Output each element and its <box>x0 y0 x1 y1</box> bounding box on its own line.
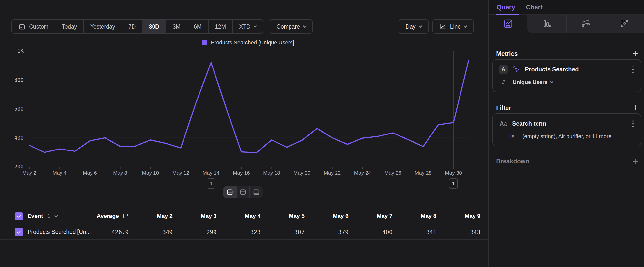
chevron-down-icon <box>464 24 467 28</box>
tab-chart[interactable]: Chart <box>526 4 543 11</box>
cell-value[interactable]: 307 <box>260 229 304 235</box>
filter-value[interactable]: (empty string), Air purifier, or 11 more <box>522 133 612 140</box>
date-column-header[interactable]: May 8 <box>392 213 437 219</box>
date-range-custom-label: Custom <box>29 24 48 30</box>
annotation-badge[interactable]: 1 <box>449 178 458 189</box>
x-axis-label: May 20 <box>294 170 310 176</box>
x-axis-label: May 28 <box>415 170 432 176</box>
query-builder-panel: Query Chart <box>489 0 644 267</box>
x-axis-label: May 4 <box>53 170 67 176</box>
metric-menu-button[interactable] <box>631 65 635 74</box>
average-column-header[interactable]: Average <box>91 213 129 220</box>
table-only-view-icon <box>253 188 260 196</box>
filter-section-header: Filter + <box>496 103 638 113</box>
y-axis-label: 200 <box>14 164 24 170</box>
split-view-icon <box>226 188 234 196</box>
table-only-view-button[interactable] <box>250 186 263 198</box>
date-column-header[interactable]: May 6 <box>304 213 348 219</box>
date-range-toolbar: Custom Today Yesterday 7D 30D 3M 6M 12M … <box>11 19 313 34</box>
split-view-button[interactable] <box>223 186 237 198</box>
chart-only-view-button[interactable] <box>237 186 250 198</box>
y-axis-label: 400 <box>14 135 24 141</box>
cell-value[interactable]: 341 <box>392 229 437 235</box>
granularity-dropdown[interactable]: Day <box>399 19 428 34</box>
tab-flows[interactable] <box>566 15 605 33</box>
table-header-row: Event 1 Average May 2 May 3 May 4 Ma <box>0 208 488 224</box>
chevron-down-icon <box>253 24 257 28</box>
series-line[interactable] <box>29 60 468 152</box>
chart-svg <box>28 51 468 169</box>
date-range-custom[interactable]: Custom <box>12 20 55 34</box>
annotation-badge[interactable]: 1 <box>207 178 216 189</box>
cell-value[interactable]: 343 <box>436 229 480 235</box>
date-range-7d[interactable]: 7D <box>122 20 142 34</box>
insights-icon <box>503 19 514 29</box>
chevron-down-icon <box>418 24 422 28</box>
date-column-header[interactable]: May 4 <box>217 213 261 219</box>
filter-property-name[interactable]: Search term <box>512 120 626 127</box>
breakdown-title: Breakdown <box>496 158 529 165</box>
line-chart[interactable] <box>28 51 468 169</box>
y-axis-label: 1K <box>18 48 24 54</box>
filter-card[interactable]: Aa Search term Is (empty string), Air pu… <box>492 113 641 146</box>
filter-title: Filter <box>496 104 511 112</box>
y-axis-label: 800 <box>14 77 24 83</box>
cell-value[interactable]: 400 <box>348 229 392 235</box>
event-column-header: Event <box>28 213 43 219</box>
cell-value[interactable]: 323 <box>217 229 261 235</box>
app-window: Custom Today Yesterday 7D 30D 3M 6M 12M … <box>0 0 644 267</box>
tab-funnels[interactable] <box>528 15 566 33</box>
add-metric-button[interactable]: + <box>632 49 638 59</box>
tab-retention[interactable] <box>605 15 644 33</box>
filter-operator[interactable]: Is <box>510 133 518 140</box>
row-checkbox[interactable] <box>15 228 23 236</box>
x-axis-label: May 30 <box>445 170 462 176</box>
tab-insights[interactable] <box>489 15 528 33</box>
cell-value[interactable]: 379 <box>304 229 348 235</box>
date-range-30d[interactable]: 30D <box>142 20 166 34</box>
metrics-title: Metrics <box>496 50 518 57</box>
add-breakdown-button[interactable]: + <box>632 156 638 166</box>
chart-legend[interactable]: Products Searched [Unique Users] <box>28 39 468 46</box>
filter-menu-button[interactable] <box>631 119 635 129</box>
add-filter-button[interactable]: + <box>632 103 638 113</box>
chevron-down-icon <box>303 24 306 28</box>
date-column-header[interactable]: May 9 <box>436 213 480 219</box>
tab-query[interactable]: Query <box>497 4 515 11</box>
flows-icon <box>580 19 591 29</box>
metric-letter-badge: A <box>499 65 508 74</box>
date-range-yesterday[interactable]: Yesterday <box>84 20 122 34</box>
date-range-segmented-control: Custom Today Yesterday 7D 30D 3M 6M 12M … <box>11 19 263 34</box>
x-axis-label: May 24 <box>354 170 371 176</box>
select-all-checkbox[interactable] <box>15 212 23 220</box>
table-column-divider <box>135 208 135 241</box>
date-range-6m[interactable]: 6M <box>188 20 208 34</box>
event-count: 1 <box>48 213 51 219</box>
date-range-3m[interactable]: 3M <box>166 20 188 34</box>
date-range-today[interactable]: Today <box>55 20 84 34</box>
funnel-chart-icon <box>542 19 552 29</box>
legend-label: Products Searched [Unique Users] <box>211 39 294 46</box>
metric-name[interactable]: Products Searched <box>525 66 626 73</box>
x-axis-label: May 26 <box>384 170 402 176</box>
date-range-12m[interactable]: 12M <box>208 20 233 34</box>
compare-button[interactable]: Compare <box>270 19 313 34</box>
date-range-xtd[interactable]: XTD <box>233 20 263 34</box>
aggregation-dropdown[interactable]: Unique Users <box>513 79 553 86</box>
series-name[interactable]: Products Searched [Un... <box>28 228 91 235</box>
date-column-header[interactable]: May 7 <box>348 213 392 219</box>
chart-type-dropdown[interactable]: Line <box>432 19 474 34</box>
event-spark-icon <box>512 65 520 74</box>
string-property-icon: Aa <box>499 120 508 127</box>
date-column-header[interactable]: May 5 <box>260 213 304 219</box>
chevron-down-icon[interactable] <box>54 214 58 217</box>
report-type-tabs <box>489 15 644 33</box>
x-axis-label: May 10 <box>142 170 159 176</box>
metric-card[interactable]: A Products Searched # Unique Users <box>492 59 641 92</box>
date-column-header[interactable]: May 3 <box>173 213 217 219</box>
x-axis: May 2May 4May 6May 8May 10May 12May 14Ma… <box>28 170 468 177</box>
table-row: Products Searched [Un... 426.9 349 299 3… <box>0 224 488 240</box>
y-axis-label: 600 <box>14 106 24 112</box>
cell-value[interactable]: 299 <box>173 229 217 235</box>
report-panel: Custom Today Yesterday 7D 30D 3M 6M 12M … <box>0 0 488 267</box>
